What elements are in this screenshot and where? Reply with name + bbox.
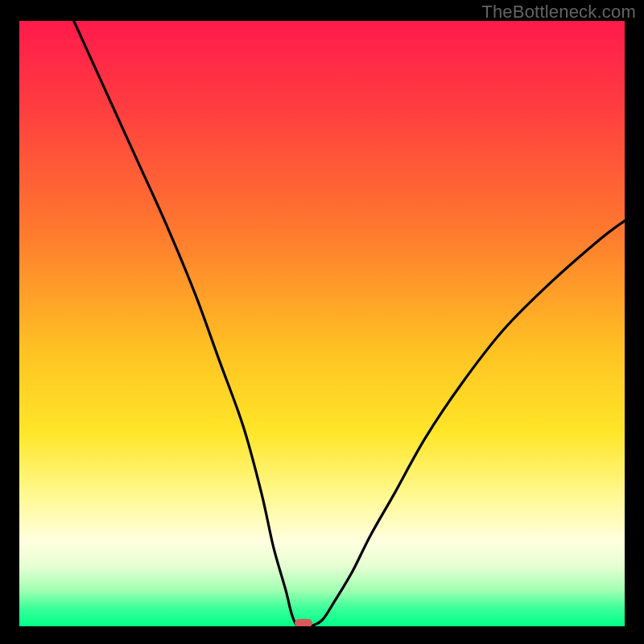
chart-frame: TheBottleneck.com: [0, 0, 644, 644]
watermark-text: TheBottleneck.com: [481, 2, 636, 23]
bottleneck-curve: [19, 21, 625, 626]
minimum-marker: [295, 619, 312, 626]
plot-area: [19, 21, 625, 626]
bottleneck-curve-path: [74, 21, 625, 626]
